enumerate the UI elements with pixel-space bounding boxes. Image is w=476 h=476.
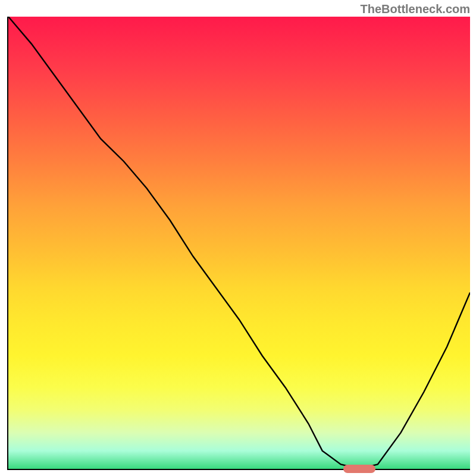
curve-path [8,17,470,469]
curve-svg [8,17,470,469]
bottleneck-marker [343,465,375,473]
chart-container: TheBottleneck.com [0,0,476,476]
plot-area [7,17,470,470]
watermark-text: TheBottleneck.com [361,2,470,16]
